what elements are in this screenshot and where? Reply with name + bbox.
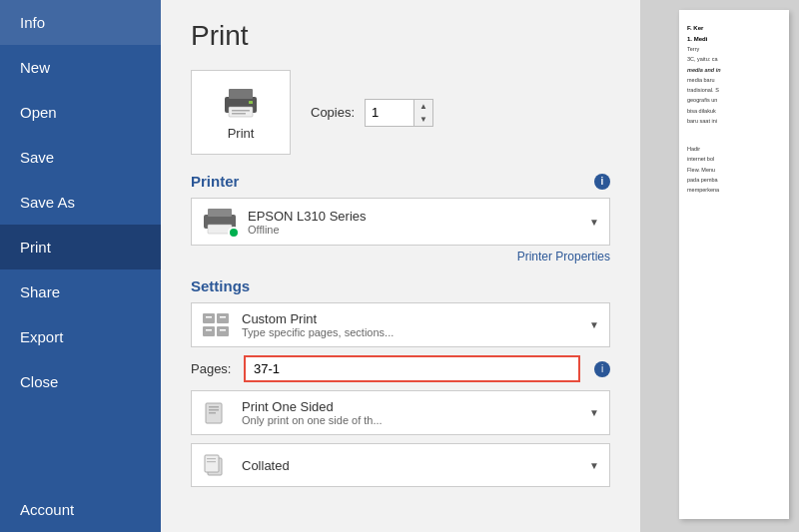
sidebar-item-new[interactable]: New [0, 45, 161, 90]
print-panel: Print Print Copies: ▲ [161, 0, 640, 532]
sidebar-item-open[interactable]: Open [0, 90, 161, 135]
print-one-sided-desc: Only print on one side of th... [242, 414, 579, 426]
printer-info: EPSON L310 Series Offline [248, 209, 579, 236]
sidebar-item-save-as[interactable]: Save As [0, 180, 161, 225]
pages-input-wrap [244, 355, 580, 382]
collated-dropdown[interactable]: Collated ▼ [191, 443, 610, 487]
custom-print-dropdown[interactable]: Custom Print Type specific pages, sectio… [191, 302, 610, 347]
svg-rect-12 [217, 326, 229, 336]
custom-print-dropdown-arrow-icon: ▼ [589, 319, 599, 330]
svg-rect-7 [208, 209, 232, 217]
svg-rect-16 [220, 329, 226, 331]
preview-line-pada: pada pemba [687, 176, 781, 184]
sidebar-item-export[interactable]: Export [0, 314, 161, 359]
collated-icon [202, 452, 232, 478]
svg-rect-14 [220, 316, 226, 318]
preview-line-geografis: geografis un [687, 96, 781, 104]
preview-line-baru-saat: baru saat ini [687, 117, 781, 125]
printer-properties-link[interactable]: Printer Properties [191, 250, 610, 264]
copies-area: Copies: ▲ ▼ [311, 99, 433, 127]
copies-spinners: ▲ ▼ [413, 100, 432, 126]
preview-line-3c: 3C, yaitu: ca [687, 55, 781, 63]
printer-name: EPSON L310 Series [248, 209, 579, 224]
copies-input-wrap: ▲ ▼ [365, 99, 433, 127]
printer-status-dot [228, 227, 240, 239]
main-content: Print Print Copies: ▲ [161, 0, 799, 532]
svg-rect-10 [217, 313, 229, 323]
preview-panel: F. Ker 1. Medi Terry 3C, yaitu: ca media… [640, 0, 799, 532]
print-btn-label: Print [228, 126, 255, 141]
collated-name: Collated [242, 458, 579, 473]
svg-rect-3 [232, 110, 250, 112]
page-title: Print [191, 20, 610, 52]
sidebar-item-close[interactable]: Close [0, 359, 161, 404]
printer-icon [221, 85, 261, 120]
svg-rect-9 [203, 313, 215, 323]
svg-rect-11 [203, 326, 215, 336]
pages-input[interactable] [246, 357, 578, 380]
preview-line-media-baru: media baru [687, 76, 781, 84]
svg-rect-19 [209, 409, 219, 411]
preview-line-media-and: media and in [687, 66, 781, 74]
svg-rect-20 [209, 412, 216, 414]
svg-rect-15 [206, 329, 212, 331]
pages-info-icon[interactable]: i [594, 361, 610, 377]
custom-print-icon [202, 312, 232, 338]
preview-line-hadir: Hadir [687, 145, 781, 153]
print-one-sided-name: Print One Sided [242, 399, 579, 414]
preview-line-heading-f: F. Ker [687, 25, 781, 31]
preview-line-tradisional: tradisional. S [687, 86, 781, 94]
print-one-sided-dropdown[interactable]: Print One Sided Only print on one side o… [191, 390, 610, 435]
print-one-sided-info: Print One Sided Only print on one side o… [242, 399, 579, 426]
sidebar-item-share[interactable]: Share [0, 269, 161, 314]
preview-line-memperkena: memperkena [687, 186, 781, 194]
pages-label: Pages: [191, 361, 236, 376]
sidebar-item-account[interactable]: Account [0, 487, 161, 532]
printer-info-icon[interactable]: i [594, 174, 610, 190]
printer-status: Offline [248, 224, 579, 236]
settings-section-header: Settings [191, 277, 610, 294]
pages-row: Pages: i [191, 355, 610, 382]
print-one-sided-arrow-icon: ▼ [589, 407, 599, 418]
collated-arrow-icon: ▼ [589, 460, 599, 471]
print-button-area: Print Copies: ▲ ▼ [191, 70, 610, 155]
print-one-sided-icon [202, 400, 232, 426]
print-button[interactable]: Print [191, 70, 291, 155]
svg-rect-4 [232, 113, 246, 115]
preview-line-terry: Terry [687, 45, 781, 53]
custom-print-name: Custom Print [242, 311, 579, 326]
copies-input[interactable] [366, 100, 413, 126]
printer-dropdown-arrow-icon: ▼ [589, 217, 599, 228]
svg-rect-2 [229, 107, 253, 117]
svg-rect-1 [229, 89, 253, 99]
sidebar-item-print[interactable]: Print [0, 225, 161, 269]
sidebar-item-info[interactable]: Info [0, 0, 161, 45]
svg-rect-23 [207, 458, 216, 459]
svg-rect-22 [205, 455, 219, 472]
printer-section-header: Printer i [191, 173, 610, 190]
sidebar-item-save[interactable]: Save [0, 135, 161, 180]
sidebar: Info New Open Save Save As Print Share E… [0, 0, 161, 532]
printer-selector[interactable]: EPSON L310 Series Offline ▼ [191, 198, 610, 246]
svg-rect-24 [207, 461, 216, 462]
preview-line-internet: internet bol [687, 155, 781, 163]
svg-rect-18 [209, 406, 219, 408]
preview-line-heading-1: 1. Medi [687, 36, 781, 42]
preview-line-bisa: bisa dilakuk [687, 107, 781, 115]
custom-print-info: Custom Print Type specific pages, sectio… [242, 311, 579, 338]
preview-line-flew: Flew. Menu [687, 166, 781, 174]
printer-icon-wrap [202, 207, 238, 237]
custom-print-desc: Type specific pages, sections... [242, 326, 579, 338]
svg-rect-5 [249, 101, 253, 104]
preview-page: F. Ker 1. Medi Terry 3C, yaitu: ca media… [679, 10, 789, 519]
copies-up-button[interactable]: ▲ [414, 100, 432, 113]
collated-info: Collated [242, 458, 579, 473]
copies-label: Copies: [311, 105, 355, 120]
copies-down-button[interactable]: ▼ [414, 113, 432, 126]
svg-rect-13 [206, 316, 212, 318]
